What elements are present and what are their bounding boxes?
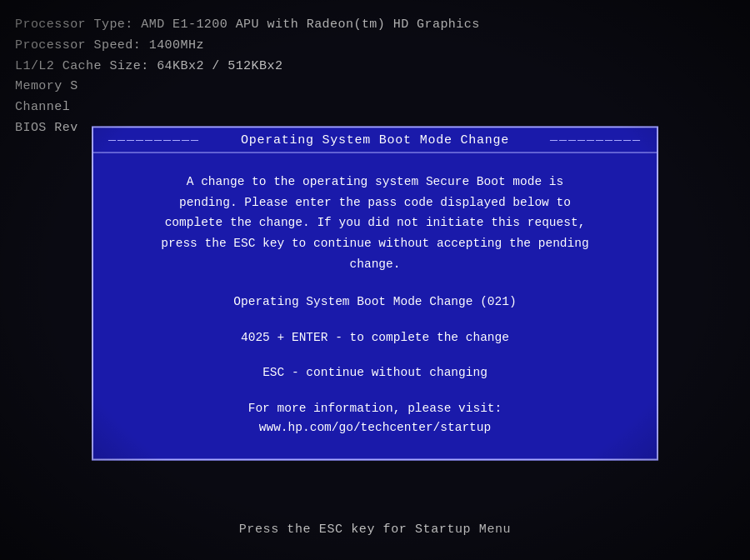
info-line-2: www.hp.com/go/techcenter/startup bbox=[127, 418, 623, 437]
info-line-1: For more information, please visit: bbox=[127, 398, 623, 418]
dialog-title-bar: Operating System Boot Mode Change bbox=[93, 128, 657, 153]
desc-line-1: A change to the operating system Secure … bbox=[127, 172, 623, 192]
bottom-status-bar: Press the ESC key for Startup Menu bbox=[0, 522, 750, 537]
dialog-title: Operating System Boot Mode Change bbox=[241, 133, 509, 148]
desc-line-3: complete the change. If you did not init… bbox=[127, 212, 623, 233]
desc-line-4: press the ESC key to continue without ac… bbox=[127, 232, 623, 253]
desc-line-2: pending. Please enter the pass code disp… bbox=[127, 192, 623, 212]
processor-speed-label: Processor Speed: bbox=[15, 38, 141, 52]
desc-line-5: change. bbox=[127, 253, 623, 274]
cache-size-value: 64KBx2 / 512KBx2 bbox=[157, 59, 282, 73]
cache-size-line: L1/L2 Cache Size: 64KBx2 / 512KBx2 bbox=[15, 57, 480, 78]
channel-label: Channel bbox=[15, 100, 70, 114]
memory-label: Memory S bbox=[15, 79, 78, 93]
bios-info-panel: Processor Type: AMD E1-1200 APU with Rad… bbox=[15, 15, 480, 139]
processor-type-value: AMD E1-1200 APU with Radeon(tm) HD Graph… bbox=[141, 18, 479, 32]
dialog-description: A change to the operating system Secure … bbox=[127, 172, 623, 274]
cache-size-label: L1/L2 Cache Size: bbox=[15, 59, 149, 73]
processor-type-line: Processor Type: AMD E1-1200 APU with Rad… bbox=[15, 15, 480, 36]
processor-speed-value: 1400MHz bbox=[149, 38, 204, 52]
info-lines: For more information, please visit: www.… bbox=[127, 398, 623, 437]
mode-change-line: Operating System Boot Mode Change (021) bbox=[127, 292, 623, 311]
dialog-body: A change to the operating system Secure … bbox=[93, 153, 657, 459]
processor-type-label: Processor Type: bbox=[15, 18, 133, 32]
boot-mode-dialog: Operating System Boot Mode Change A chan… bbox=[92, 127, 658, 461]
bios-screen: Processor Type: AMD E1-1200 APU with Rad… bbox=[0, 0, 750, 560]
processor-speed-line: Processor Speed: 1400MHz bbox=[15, 36, 480, 57]
status-text: Press the ESC key for Startup Menu bbox=[239, 522, 511, 537]
memory-line: Memory S bbox=[15, 77, 480, 98]
channel-line: Channel bbox=[15, 98, 480, 118]
enter-line: 4025 + ENTER - to complete the change bbox=[127, 328, 623, 346]
esc-line: ESC - continue without changing bbox=[127, 363, 623, 382]
bios-rev-label: BIOS Rev bbox=[15, 121, 78, 135]
